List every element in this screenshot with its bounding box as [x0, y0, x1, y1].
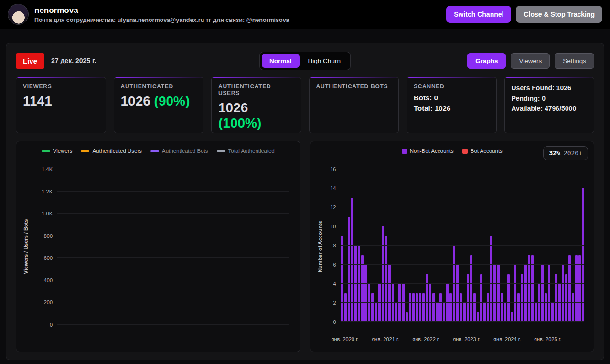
bar [514, 265, 516, 322]
bar [538, 284, 540, 322]
stat-card-authenticated-bots: AUTHENTICATED BOTS [309, 77, 399, 133]
tab-viewers[interactable]: Viewers [511, 53, 550, 69]
bar [364, 265, 367, 322]
stat-card-authenticated: AUTHENTICATED 1026 (90%) [114, 77, 204, 133]
mode-high-churn-button[interactable]: High Churn [300, 54, 348, 68]
main-panel: Live 27 дек. 2025 г. Normal High Churn G… [6, 43, 604, 360]
switch-channel-button[interactable]: Switch Channel [446, 6, 511, 23]
bar [470, 255, 472, 322]
gridline [57, 280, 289, 280]
bar [565, 274, 567, 322]
bar [473, 293, 476, 322]
legend-swatch-icon [402, 149, 407, 154]
gridline [341, 226, 585, 226]
stat-percent: (90%) [154, 94, 190, 108]
legend-label: Authenticated Users [92, 148, 142, 154]
gridline [341, 321, 585, 322]
gridline [341, 207, 585, 207]
channel-avatar[interactable] [8, 4, 29, 25]
bar [426, 274, 428, 322]
stat-title: AUTHENTICATED USERS [218, 83, 294, 96]
legend-item[interactable]: Authenticated Bots [150, 148, 208, 154]
bar [467, 274, 469, 322]
y-axis-tick: 12 [316, 204, 336, 210]
mode-normal-button[interactable]: Normal [262, 54, 300, 68]
bar [409, 293, 411, 322]
y-axis-tick: 8 [316, 243, 336, 248]
bar [562, 265, 564, 322]
bar [575, 255, 578, 322]
close-stop-tracking-button[interactable]: Close & Stop Tracking [516, 6, 602, 23]
y-axis-tick: 14 [316, 185, 336, 191]
bar [507, 274, 510, 322]
bar [388, 265, 391, 322]
legend-item[interactable]: Bot Accounts [462, 148, 503, 154]
bar [429, 284, 431, 322]
gridline [57, 257, 289, 258]
bar [436, 303, 439, 322]
bar [446, 284, 449, 322]
recent-accounts-badge[interactable]: 32% 2020+ [543, 146, 588, 160]
stat-percent: (100%) [218, 116, 294, 131]
legend-item[interactable]: Authenticated Users [81, 148, 142, 154]
bar [551, 303, 554, 322]
x-axis-tick: янв. 2021 г. [372, 336, 399, 342]
tab-settings[interactable]: Settings [555, 53, 594, 69]
gridline [341, 245, 585, 246]
bar [344, 293, 347, 322]
y-axis-tick: 800 [32, 233, 53, 239]
badge-percent: 32% [549, 150, 560, 157]
bar [524, 265, 526, 322]
y-axis-tick: 600 [32, 255, 53, 261]
bar [378, 284, 381, 322]
available-line: Available: 4796/5000 [512, 104, 588, 114]
bar [531, 255, 534, 322]
x-axis-tick: янв. 2020 г. [331, 336, 358, 342]
bar [460, 293, 462, 322]
legend-item[interactable]: Non-Bot Accounts [402, 148, 454, 154]
legend-label: Bot Accounts [471, 148, 503, 154]
bar [395, 303, 397, 322]
x-axis-tick: янв. 2022 г. [412, 336, 439, 342]
bar [449, 293, 452, 322]
bar [483, 303, 486, 322]
bar [548, 265, 550, 322]
line-chart-ylabel: Viewers / Users / Bots [23, 219, 29, 274]
bar [392, 284, 394, 322]
bar [497, 265, 500, 322]
channel-name: nenormova [34, 6, 289, 15]
bar [545, 293, 547, 322]
stats-row: VIEWERS 1141 AUTHENTICATED 1026 (90%) AU… [16, 77, 594, 133]
bar [487, 293, 489, 322]
x-axis-tick: янв. 2023 г. [453, 336, 480, 342]
bar [354, 246, 357, 322]
bar [517, 293, 520, 322]
bar [477, 312, 479, 322]
badge-suffix: 2020+ [564, 150, 582, 157]
live-badge: Live [16, 53, 44, 69]
gridline [341, 264, 585, 265]
mode-toggle: Normal High Churn [259, 52, 351, 70]
stat-card-authenticated-users: AUTHENTICATED USERS 1026 (100%) [211, 77, 301, 133]
date-label: 27 дек. 2025 г. [51, 57, 96, 64]
bar [555, 274, 557, 322]
gridline [57, 302, 289, 302]
y-axis-tick: 1.4K [32, 166, 53, 172]
bar [511, 312, 513, 322]
bar [541, 265, 544, 322]
bar [521, 274, 523, 322]
legend-swatch-icon [150, 150, 159, 152]
bar [371, 293, 374, 322]
bar [416, 293, 418, 322]
bar [402, 284, 404, 322]
bar [493, 265, 496, 322]
tab-graphs[interactable]: Graphs [467, 53, 506, 69]
legend-label: Authenticated Bots [162, 148, 208, 154]
scanned-total-line: Total: 1026 [414, 104, 490, 112]
x-axis-tick: янв. 2024 г. [493, 336, 521, 342]
line-chart-legend: ViewersAuthenticated UsersAuthenticated … [16, 141, 300, 154]
legend-item[interactable]: Viewers [42, 148, 73, 154]
legend-item[interactable]: Total Authenticated [217, 148, 275, 154]
bar [341, 236, 343, 322]
bar [568, 255, 571, 322]
